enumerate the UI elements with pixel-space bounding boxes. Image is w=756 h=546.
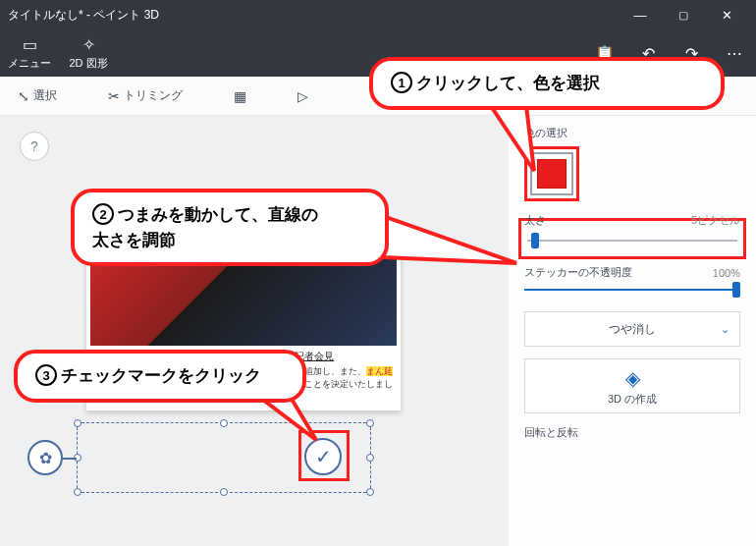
selection-handle[interactable] — [366, 488, 374, 496]
select-label: 選択 — [33, 87, 57, 104]
thickness-value[interactable]: 5ピクセル — [681, 213, 740, 228]
more-button[interactable]: ⋯ — [713, 44, 756, 63]
magic-select-tool[interactable]: ▦ — [228, 84, 252, 108]
svg-marker-1 — [383, 216, 516, 263]
svg-marker-0 — [491, 106, 534, 171]
annotation-callout-3: 3チェックマークをクリック — [14, 350, 306, 403]
opacity-section: ステッカーの不透明度 100% — [524, 265, 740, 300]
matte-label: つや消し — [609, 321, 656, 338]
menu-button[interactable]: ▭ メニュー — [0, 35, 59, 71]
slider-track — [527, 240, 737, 242]
flag-icon: ▷ — [297, 88, 308, 104]
slider-fill — [524, 289, 740, 291]
flag-tool[interactable]: ▷ — [292, 84, 314, 108]
chevron-down-icon: ⌄ — [721, 323, 729, 336]
folder-icon: ▭ — [23, 35, 37, 54]
selection-handle[interactable] — [366, 419, 374, 427]
selection-handle[interactable] — [74, 419, 81, 427]
annotation-callout-1: 1クリックして、色を選択 — [369, 57, 725, 110]
maximize-button[interactable] — [662, 0, 705, 29]
opacity-label: ステッカーの不透明度 — [524, 265, 632, 280]
cursor-icon: ⤡ — [18, 88, 29, 104]
select-tool[interactable]: ⤡ 選択 — [12, 83, 63, 108]
matte-dropdown[interactable]: つや消し ⌄ — [524, 311, 740, 347]
make3d-label: 3D の作成 — [608, 392, 657, 407]
slider-thumb[interactable] — [531, 233, 539, 248]
side-panel: 色の選択 太さ 5ピクセル ステッカーの不透明度 — [509, 116, 756, 546]
shapes-icon: ✧ — [82, 35, 95, 54]
selection-handle[interactable] — [220, 488, 228, 496]
make-3d-button[interactable]: ◈ 3D の作成 — [524, 358, 740, 413]
color-label: 色の選択 — [524, 126, 740, 140]
color-section: 色の選択 — [524, 126, 740, 201]
magic-select-icon: ▦ — [234, 88, 246, 104]
annotation-number: 3 — [35, 364, 57, 386]
annotation-callout-2: 2つまみを動かして、直線の 太さを調節 — [71, 189, 389, 266]
help-icon: ? — [30, 138, 38, 154]
selection-handle[interactable] — [366, 454, 374, 462]
help-button[interactable]: ? — [20, 132, 49, 161]
titlebar: タイトルなし* - ペイント 3D — [0, 0, 756, 29]
selection-handle[interactable] — [220, 419, 228, 427]
trimming-label: トリミング — [124, 87, 183, 104]
stamp-icon: ✿ — [39, 449, 52, 467]
annotation-number: 2 — [92, 203, 114, 225]
stamp-button[interactable]: ✿ — [27, 440, 63, 475]
tab-2d-shapes[interactable]: ✧ 2D 図形 — [59, 35, 118, 71]
cube-icon: ◈ — [625, 366, 640, 390]
opacity-value[interactable]: 100% — [681, 267, 740, 279]
rotate-label: 回転と反転 — [524, 425, 740, 440]
annotation-tail-2 — [383, 216, 520, 295]
crop-tool[interactable]: ✂ トリミング — [102, 83, 189, 108]
window-title: タイトルなし* - ペイント 3D — [8, 7, 159, 24]
annotation-number: 1 — [391, 72, 412, 93]
annotation-tail-1 — [491, 106, 550, 175]
selection-handle[interactable] — [74, 488, 81, 496]
menu-label: メニュー — [8, 56, 51, 71]
more-icon: ⋯ — [727, 45, 742, 62]
thickness-section: 太さ 5ピクセル — [524, 213, 740, 253]
thickness-slider[interactable] — [527, 231, 737, 250]
slider-thumb[interactable] — [732, 282, 740, 298]
close-button[interactable] — [705, 0, 748, 29]
thickness-label: 太さ — [524, 213, 546, 228]
minimize-button[interactable] — [619, 0, 662, 29]
canvas-area[interactable]: ? 新型コロナウイルス感染症に関する○○○○○○後記者会見 緊急事態宣言の対象地… — [0, 116, 509, 546]
shapes-label: 2D 図形 — [69, 56, 107, 71]
connector-line — [63, 458, 77, 460]
crop-icon: ✂ — [108, 88, 120, 104]
opacity-slider[interactable] — [524, 280, 740, 300]
